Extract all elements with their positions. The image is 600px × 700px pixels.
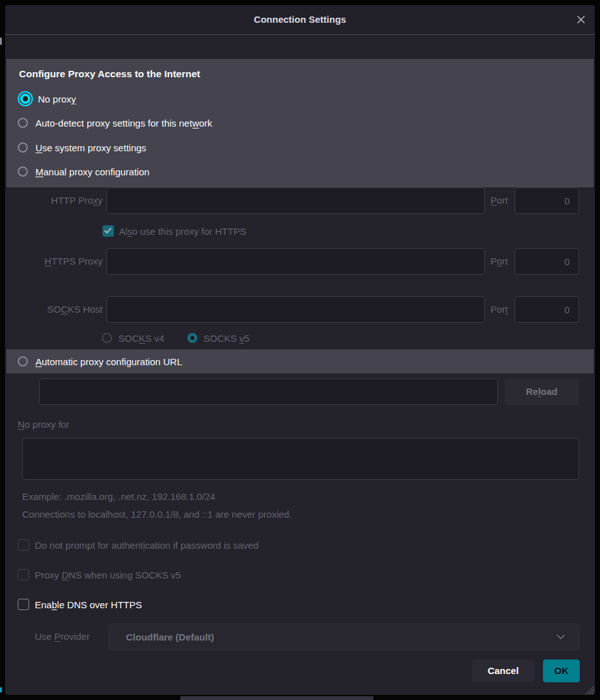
enable-doh-label: Enable DNS over HTTPS: [35, 599, 142, 610]
backdrop-artifact: [180, 696, 373, 700]
dialog-titlebar: Connection Settings: [5, 5, 595, 35]
https-port-input: [515, 248, 579, 275]
ok-button[interactable]: OK: [543, 659, 580, 682]
radio-system[interactable]: [18, 142, 28, 153]
radio-row-auto-url[interactable]: Automatic proxy configuration URL: [18, 354, 182, 369]
enable-doh-row[interactable]: Enable DNS over HTTPS: [18, 597, 142, 612]
radio-socks-v5: [187, 333, 197, 343]
cancel-button[interactable]: Cancel: [472, 659, 534, 682]
auto-url-input: [39, 378, 498, 405]
http-proxy-label: HTTP Proxy: [5, 187, 103, 214]
backdrop-artifact: [0, 37, 2, 45]
also-https-checkbox: [103, 225, 114, 237]
radio-manual-label: Manual proxy configuration: [35, 166, 149, 177]
radio-system-label: Use system proxy settings: [35, 142, 146, 153]
http-port-input: [515, 187, 579, 214]
socks-port-label: Port: [491, 296, 508, 323]
no-proxy-example-text: Example: .mozilla.org, .net.nz, 192.168.…: [22, 490, 215, 504]
no-prompt-row: Do not prompt for authentication if pass…: [18, 537, 259, 553]
proxy-dns-label: Proxy DNS when using SOCKS v5: [35, 570, 181, 580]
enable-doh-checkbox[interactable]: [18, 599, 29, 610]
reload-button: Reload: [504, 378, 579, 405]
radio-row-manual[interactable]: Manual proxy configuration: [18, 164, 149, 179]
close-icon: [576, 15, 586, 25]
http-proxy-input: [106, 187, 485, 214]
also-https-row: Also use this proxy for HTTPS: [103, 223, 246, 239]
socks-host-label: SOCKS Host: [5, 296, 103, 323]
socks-version-row: SOCKS v4 SOCKS v5: [102, 330, 249, 346]
resize-gripper-icon[interactable]: [585, 685, 594, 694]
proxy-dns-checkbox: [18, 569, 29, 580]
https-proxy-label: HTTPS Proxy: [5, 248, 103, 275]
radio-auto-url[interactable]: [18, 356, 28, 366]
http-port-label: Port: [491, 187, 508, 214]
proxy-dns-row: Proxy DNS when using SOCKS v5: [18, 567, 181, 582]
radio-autodetect[interactable]: [18, 118, 28, 128]
socks-host-input: [106, 296, 485, 323]
radio-row-no-proxy[interactable]: No proxy: [18, 91, 76, 106]
provider-dropdown-value: Cloudflare (Default): [126, 632, 556, 642]
socks-v4-label: SOCKS v4: [118, 333, 165, 344]
use-provider-label: Use Provider: [35, 623, 90, 650]
radio-no-proxy-label: No proxy: [38, 94, 76, 104]
no-proxy-for-label: No proxy for: [18, 418, 70, 432]
chevron-down-icon: [556, 634, 566, 640]
close-button[interactable]: [572, 11, 590, 28]
connection-settings-dialog: Connection Settings Configure Proxy Acce…: [5, 5, 595, 695]
no-proxy-note-text: Connections to localhost, 127.0.0.1/8, a…: [22, 508, 292, 522]
provider-dropdown: Cloudflare (Default): [109, 623, 579, 650]
https-proxy-input: [106, 248, 485, 275]
no-prompt-checkbox: [18, 539, 29, 551]
also-https-label: Also use this proxy for HTTPS: [119, 226, 246, 237]
socks-port-input: [515, 296, 579, 323]
radio-autodetect-label: Auto-detect proxy settings for this netw…: [35, 118, 212, 128]
no-prompt-label: Do not prompt for authentication if pass…: [35, 540, 259, 551]
https-port-label: Port: [491, 248, 508, 275]
backdrop-artifact: [0, 687, 2, 692]
radio-no-proxy[interactable]: [20, 94, 30, 104]
dialog-title: Connection Settings: [5, 5, 595, 34]
radio-row-autodetect[interactable]: Auto-detect proxy settings for this netw…: [18, 115, 212, 130]
auto-url-label: Automatic proxy configuration URL: [35, 356, 182, 367]
radio-row-system[interactable]: Use system proxy settings: [18, 140, 146, 155]
no-proxy-for-textarea: [22, 438, 579, 480]
socks-v5-label: SOCKS v5: [204, 333, 250, 344]
section-heading: Configure Proxy Access to the Internet: [19, 66, 200, 82]
radio-manual[interactable]: [18, 166, 28, 177]
radio-socks-v4: [102, 333, 112, 343]
